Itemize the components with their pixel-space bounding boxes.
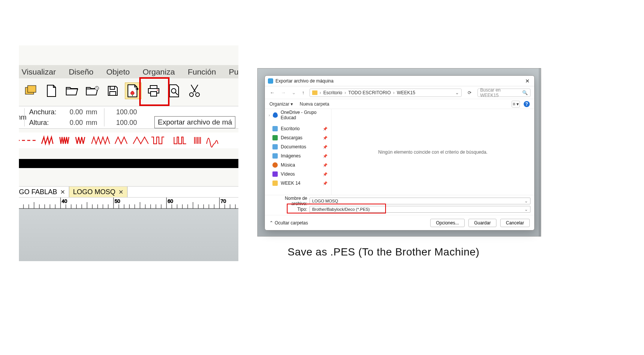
open-multiple-icon[interactable] [23, 83, 39, 99]
folder-icon [272, 181, 278, 186]
help-icon[interactable]: ? [524, 101, 530, 107]
document-icon [272, 144, 278, 149]
design-canvas[interactable] [19, 209, 238, 261]
height2-value[interactable]: 100.00 [110, 119, 137, 127]
recent-folder-icon[interactable] [84, 83, 101, 99]
refresh-icon[interactable]: ⟳ [465, 90, 474, 95]
organize-menu[interactable]: Organizar ▾ [269, 101, 293, 107]
tab-close-icon[interactable]: ✕ [60, 188, 65, 196]
pin-icon[interactable]: 📌 [323, 136, 327, 140]
save-button[interactable]: Guardar [468, 219, 496, 227]
height-value[interactable]: 0.00 [60, 119, 83, 127]
pin-icon[interactable]: 📌 [323, 172, 327, 176]
sidebar-onedrive[interactable]: › OneDrive - Grupo Educad [265, 111, 331, 120]
music-icon [272, 162, 278, 168]
search-input[interactable]: Buscar en WEEK15 🔍 [478, 89, 530, 97]
tab-label: LOGO MOSQ [73, 188, 115, 196]
filename-value: LOGO MOSQ [312, 199, 338, 203]
cloud-icon [273, 112, 277, 118]
search-placeholder: Buscar en WEEK15 [480, 87, 520, 98]
new-file-icon[interactable] [43, 83, 60, 99]
sidebar-item-escritorio[interactable]: Escritorio📌 [265, 124, 331, 133]
svg-rect-4 [110, 92, 116, 95]
breadcrumb-item[interactable]: Escritorio [324, 90, 342, 95]
sidebar-item-week14[interactable]: WEEK 14📌 [265, 179, 331, 188]
width-label: Anchura: [29, 108, 60, 116]
close-icon[interactable]: ✕ [524, 78, 531, 84]
sidebar-item-videos[interactable]: Vídeos📌 [265, 170, 331, 179]
empty-message: Ningún elemento coincide con el criterio… [378, 149, 488, 155]
menu-organiza[interactable]: Organiza [136, 67, 181, 76]
sidebar-item-musica[interactable]: Música📌 [265, 160, 331, 170]
menu-pur[interactable]: Pur [222, 67, 238, 76]
pin-icon[interactable]: 📌 [323, 181, 327, 185]
folder-icon [312, 90, 317, 95]
chevron-down-icon[interactable]: ⌄ [455, 90, 459, 95]
width-unit: mm [83, 108, 100, 116]
chevron-down-icon[interactable]: ⌄ [524, 199, 528, 204]
svg-rect-1 [28, 86, 36, 92]
hide-folders-label: Ocultar carpetas [275, 220, 308, 226]
sidebar-item-label: Imágenes [281, 153, 301, 159]
stitch-patterns-row [19, 132, 238, 148]
height-unit: mm [83, 119, 100, 127]
new-folder-button[interactable]: Nueva carpeta [300, 101, 329, 107]
svg-point-11 [196, 93, 199, 97]
filename-input[interactable]: LOGO MOSQ ⌄ [310, 198, 530, 204]
width-value[interactable]: 0.00 [60, 108, 83, 116]
sidebar-item-label: Descargas [281, 135, 302, 140]
cut-icon[interactable] [186, 83, 203, 99]
filetype-value: Brother/Babylock/Deco (*.PES) [312, 207, 370, 212]
sidebar-item-documentos[interactable]: Documentos📌 [265, 142, 331, 151]
sidebar-item-label: WEEK 14 [281, 181, 300, 186]
export-dialog: Exportar archivo de máquina ✕ ← → ⌄ ↑ › … [264, 75, 535, 230]
breadcrumb-item[interactable]: WEEK15 [397, 90, 415, 95]
app-icon [268, 78, 273, 84]
export-button-highlight [139, 77, 170, 106]
pin-icon[interactable]: 📌 [323, 163, 327, 167]
dialog-toolbar: Organizar ▾ Nueva carpeta ≡ ▾ ? [265, 99, 534, 109]
svg-text:40: 40 [62, 198, 67, 204]
document-tabs: GO FABLAB ✕ LOGO MOSQ ✕ [19, 186, 238, 198]
filetype-select[interactable]: Brother/Babylock/Deco (*.PES) ⌄ [310, 206, 530, 213]
menu-diseno[interactable]: Diseño [62, 67, 100, 76]
sidebar-item-imagenes[interactable]: Imágenes📌 [265, 151, 331, 160]
breadcrumb-item[interactable]: TODO ESCRITORIO [348, 90, 391, 95]
breadcrumb[interactable]: › Escritorio › TODO ESCRITORIO › WEEK15 … [310, 89, 462, 97]
dialog-file-fields: Nombre de archivo: LOGO MOSQ ⌄ Tipo: Bro… [265, 195, 534, 215]
pin-icon[interactable]: 📌 [323, 127, 327, 131]
tab-close-icon[interactable]: ✕ [118, 188, 123, 196]
svg-text:70: 70 [221, 198, 226, 204]
sidebar-item-label: Vídeos [281, 171, 295, 177]
chevron-right-icon[interactable]: › [320, 90, 321, 95]
options-button[interactable]: Opciones... [430, 219, 465, 227]
chevron-down-icon[interactable]: ⌄ [524, 207, 528, 212]
save-icon[interactable] [104, 83, 121, 99]
tab-logo-mosq[interactable]: LOGO MOSQ ✕ [69, 187, 128, 197]
unit-left: mm [19, 114, 22, 121]
menu-visualizar[interactable]: Visualizar [19, 67, 62, 76]
file-list-pane[interactable]: Ningún elemento coincide con el criterio… [331, 109, 534, 195]
hide-folders-toggle[interactable]: ⌃ Ocultar carpetas [269, 220, 308, 226]
pin-icon[interactable]: 📌 [323, 145, 327, 149]
dialog-title: Exportar archivo de máquina [275, 78, 333, 84]
chevron-right-icon: › [345, 90, 346, 95]
chevron-up-icon: ⌃ [269, 220, 273, 226]
svg-rect-3 [110, 86, 115, 89]
menu-objeto[interactable]: Objeto [100, 67, 136, 76]
open-folder-icon[interactable] [64, 83, 80, 99]
view-mode-button[interactable]: ≡ ▾ [512, 101, 520, 107]
desktop-icon [272, 126, 278, 131]
pin-icon[interactable]: 📌 [323, 154, 327, 158]
width2-value[interactable]: 100.00 [110, 108, 137, 116]
menu-funcion[interactable]: Función [181, 67, 222, 76]
sidebar-item-descargas[interactable]: Descargas📌 [265, 133, 331, 142]
cancel-button[interactable]: Cancelar [500, 219, 530, 227]
back-icon[interactable]: ← [269, 90, 276, 95]
menu-bar: Visualizar Diseño Objeto Organiza Funció… [19, 65, 238, 78]
recent-dropdown-icon[interactable]: ⌄ [291, 90, 297, 95]
tab-fablab[interactable]: GO FABLAB ✕ [19, 187, 69, 197]
search-icon: 🔍 [522, 90, 528, 95]
dialog-nav: ← → ⌄ ↑ › Escritorio › TODO ESCRITORIO ›… [265, 86, 534, 99]
up-icon[interactable]: ↑ [301, 90, 306, 95]
